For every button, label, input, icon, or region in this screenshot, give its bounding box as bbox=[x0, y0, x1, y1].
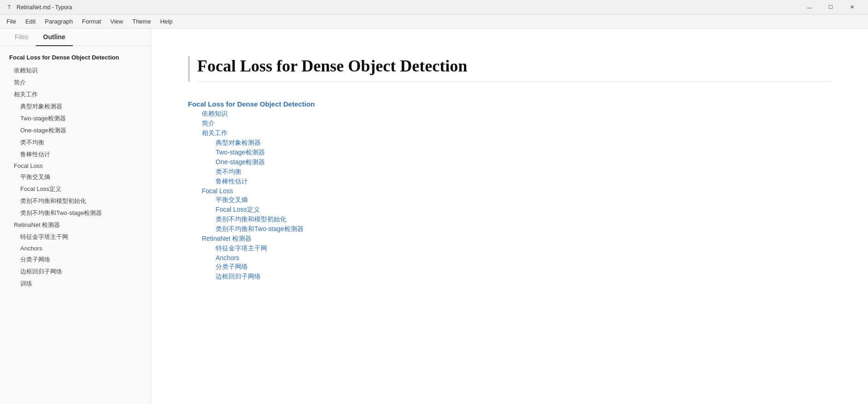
toc-link-简介[interactable]: 简介 bbox=[188, 119, 831, 128]
toc-link-类别two-stage[interactable]: 类别不均衡和Two-stage检测器 bbox=[188, 225, 831, 233]
outline-item-focal-loss-def[interactable]: Focal Loss定义 bbox=[0, 183, 151, 195]
toc-link-focal-loss[interactable]: Focal Loss bbox=[188, 187, 831, 195]
toc-link-focal-def[interactable]: Focal Loss定义 bbox=[188, 206, 831, 214]
outline-item-类别不均衡two-stage[interactable]: 类别不均衡和Two-stage检测器 bbox=[0, 207, 151, 219]
menu-file[interactable]: File bbox=[2, 16, 21, 27]
outline-item-retinanet[interactable]: RetinaNet 检测器 bbox=[0, 219, 151, 231]
outline-item-one-stage[interactable]: One-stage检测器 bbox=[0, 125, 151, 137]
outline-doc-title: Focal Loss for Dense Object Detection bbox=[0, 51, 151, 65]
maximize-button[interactable]: ☐ bbox=[820, 0, 841, 15]
minimize-button[interactable]: — bbox=[799, 0, 820, 15]
outline-item-简介[interactable]: 简介 bbox=[0, 77, 151, 89]
toc-link-依赖知识[interactable]: 依赖知识 bbox=[188, 110, 831, 118]
menu-format[interactable]: Format bbox=[77, 16, 106, 27]
table-of-contents: Focal Loss for Dense Object Detection 依赖… bbox=[188, 100, 831, 281]
toc-link-边框[interactable]: 边框回归子网络 bbox=[188, 273, 831, 281]
toc-link-分类[interactable]: 分类子网络 bbox=[188, 263, 831, 271]
outline-item-focal-loss[interactable]: Focal Loss bbox=[0, 160, 151, 171]
menu-theme[interactable]: Theme bbox=[128, 16, 155, 27]
sidebar-tabs: Files Outline bbox=[0, 29, 151, 46]
window-title: RetinaNet.md - Typora bbox=[17, 4, 799, 11]
outline-item-平衡交叉熵[interactable]: 平衡交叉熵 bbox=[0, 171, 151, 183]
outline-item-anchors[interactable]: Anchors bbox=[0, 243, 151, 254]
title-bar: T RetinaNet.md - Typora — ☐ ✕ bbox=[0, 0, 868, 15]
outline-item-鲁棒性估计[interactable]: 鲁棒性估计 bbox=[0, 149, 151, 160]
outline-item-边框回归[interactable]: 边框回归子网络 bbox=[0, 266, 151, 278]
menu-bar: File Edit Paragraph Format View Theme He… bbox=[0, 15, 868, 29]
toc-link-main[interactable]: Focal Loss for Dense Object Detection bbox=[188, 100, 831, 108]
outline-item-依赖知识[interactable]: 依赖知识 bbox=[0, 65, 151, 77]
document-title-wrapper: Focal Loss for Dense Object Detection bbox=[188, 56, 831, 82]
menu-edit[interactable]: Edit bbox=[21, 16, 40, 27]
outline-item-特征金字塔[interactable]: 特征金字塔主干网 bbox=[0, 231, 151, 243]
sidebar: Files Outline Focal Loss for Dense Objec… bbox=[0, 29, 151, 404]
menu-help[interactable]: Help bbox=[156, 16, 177, 27]
toc-link-anchors[interactable]: Anchors bbox=[188, 254, 831, 261]
editor-content[interactable]: Focal Loss for Dense Object Detection Fo… bbox=[151, 29, 868, 404]
menu-paragraph[interactable]: Paragraph bbox=[40, 16, 77, 27]
tab-outline[interactable]: Outline bbox=[36, 29, 73, 46]
toc-link-类别初始化[interactable]: 类别不均衡和模型初始化 bbox=[188, 215, 831, 224]
toc-link-retinanet[interactable]: RetinaNet 检测器 bbox=[188, 235, 831, 243]
toc-link-two-stage[interactable]: Two-stage检测器 bbox=[188, 149, 831, 157]
sidebar-outline-content: Focal Loss for Dense Object Detection 依赖… bbox=[0, 46, 151, 404]
outline-item-two-stage[interactable]: Two-stage检测器 bbox=[0, 113, 151, 125]
outline-item-相关工作[interactable]: 相关工作 bbox=[0, 89, 151, 101]
tab-files[interactable]: Files bbox=[7, 29, 36, 46]
outline-item-训练[interactable]: 训练 bbox=[0, 278, 151, 290]
window-controls: — ☐ ✕ bbox=[799, 0, 862, 15]
close-button[interactable]: ✕ bbox=[841, 0, 862, 15]
app-icon: T bbox=[6, 4, 13, 11]
toc-link-one-stage[interactable]: One-stage检测器 bbox=[188, 158, 831, 166]
outline-item-类不均衡[interactable]: 类不均衡 bbox=[0, 137, 151, 149]
menu-view[interactable]: View bbox=[106, 16, 128, 27]
app-body: Files Outline Focal Loss for Dense Objec… bbox=[0, 29, 868, 404]
toc-link-相关工作[interactable]: 相关工作 bbox=[188, 129, 831, 137]
toc-link-鲁棒性[interactable]: 鲁棒性估计 bbox=[188, 178, 831, 186]
toc-link-特征金字塔[interactable]: 特征金字塔主干网 bbox=[188, 244, 831, 253]
outline-item-典型对象检测器[interactable]: 典型对象检测器 bbox=[0, 101, 151, 113]
outline-item-分类子网络[interactable]: 分类子网络 bbox=[0, 254, 151, 266]
toc-link-典型[interactable]: 典型对象检测器 bbox=[188, 139, 831, 147]
toc-link-类不均衡[interactable]: 类不均衡 bbox=[188, 168, 831, 176]
toc-link-平衡[interactable]: 平衡交叉熵 bbox=[188, 196, 831, 204]
outline-item-类别不均衡初始化[interactable]: 类别不均衡和模型初始化 bbox=[0, 195, 151, 207]
document-title: Focal Loss for Dense Object Detection bbox=[197, 56, 831, 82]
